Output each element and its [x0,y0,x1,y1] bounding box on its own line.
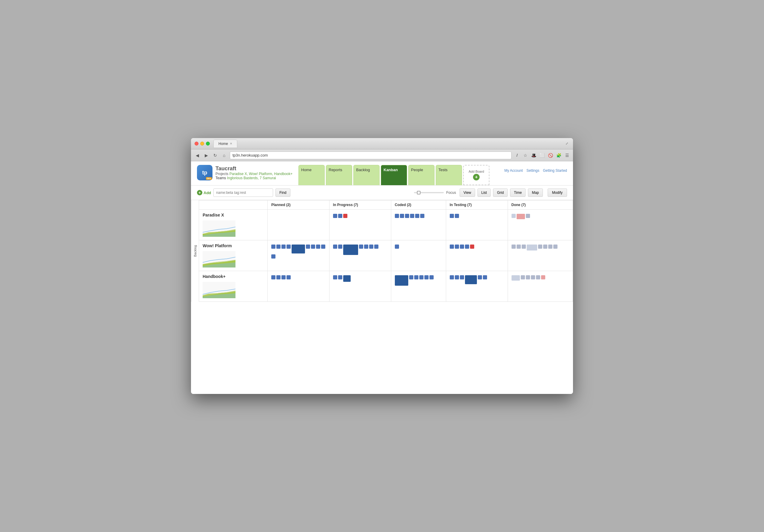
task-card[interactable] [414,275,418,279]
task-card[interactable] [343,275,351,282]
task-card[interactable] [359,244,363,249]
task-card[interactable] [338,244,342,249]
task-card[interactable] [282,275,286,279]
task-card[interactable] [526,275,530,279]
task-card[interactable] [405,214,409,218]
task-card[interactable] [395,275,408,286]
task-card[interactable] [553,244,557,249]
task-card[interactable] [409,275,413,279]
expand-icon[interactable]: ⤢ [566,142,569,146]
zoom-slider[interactable] [414,192,444,193]
task-card[interactable] [277,275,281,279]
bookmark-icon[interactable]: ☆ [522,152,528,158]
task-card[interactable] [277,244,281,249]
task-card[interactable] [271,254,276,259]
task-card[interactable] [516,214,525,219]
tab-kanban[interactable]: Kanban [381,165,407,185]
task-card[interactable] [470,244,474,249]
task-card[interactable] [395,214,399,218]
task-card[interactable] [511,214,516,218]
task-card[interactable] [343,214,347,218]
task-card[interactable] [369,244,373,249]
task-card[interactable] [286,275,291,279]
task-card[interactable] [424,275,429,279]
task-card[interactable] [526,214,530,218]
block-icon[interactable]: 🚫 [547,152,553,158]
my-account-link[interactable]: My Account [504,169,523,173]
find-button[interactable]: Find [276,189,290,197]
task-card[interactable] [321,244,325,249]
task-card[interactable] [410,214,414,218]
task-card[interactable] [400,214,404,218]
close-button[interactable] [195,142,198,146]
slider-thumb[interactable] [417,191,421,195]
url-bar[interactable]: tp3n.herokuapp.com [230,152,511,159]
tab-add-board[interactable]: Add Board + [463,165,489,185]
tab-home[interactable]: Home [298,165,325,185]
task-card[interactable] [271,275,276,279]
teams-links[interactable]: Inglorious Basterds, 7 Samurai [227,176,276,180]
task-card[interactable] [543,244,547,249]
task-card[interactable] [516,244,521,249]
task-card[interactable] [374,244,378,249]
task-card[interactable] [282,244,286,249]
add-button[interactable]: + Add [197,190,211,195]
extensions-icon[interactable]: 🧩 [556,152,562,158]
task-card[interactable] [338,214,342,218]
task-card[interactable] [541,275,545,279]
task-card[interactable] [333,275,337,279]
fullscreen-button[interactable] [206,142,210,146]
task-card[interactable] [271,244,276,249]
map-button[interactable]: Map [528,189,543,197]
reader-icon[interactable]: 𝐼 [514,152,520,158]
task-card[interactable] [455,275,459,279]
task-card[interactable] [455,214,459,218]
back-button[interactable]: ◀ [194,152,201,159]
task-card[interactable] [531,275,535,279]
task-card[interactable] [430,275,434,279]
modify-button[interactable]: Modify [548,189,567,197]
profile-icon[interactable]: 🎩 [531,152,537,158]
list-button[interactable]: List [478,189,491,197]
task-card[interactable] [286,244,291,249]
projects-links[interactable]: Paradise X, Wow! Platform, Handbook+ [230,172,293,176]
tab-people[interactable]: People [408,165,435,185]
task-card[interactable] [306,244,310,249]
time-button[interactable]: Time [510,189,525,197]
task-card[interactable] [450,244,454,249]
refresh-button[interactable]: ↻ [212,152,219,159]
task-card[interactable] [465,244,469,249]
task-card[interactable] [333,244,337,249]
forward-button[interactable]: ▶ [203,152,210,159]
task-card[interactable] [548,244,552,249]
task-card[interactable] [316,244,320,249]
task-card[interactable] [450,275,454,279]
view-button[interactable]: View [460,189,475,197]
settings-link[interactable]: Settings [526,169,539,173]
task-card[interactable] [521,275,525,279]
share-icon[interactable]: ⬜ [539,152,545,158]
task-card[interactable] [538,244,542,249]
tab-tests[interactable]: Tests [436,165,462,185]
menu-icon[interactable]: ☰ [564,152,570,158]
task-card[interactable] [522,244,526,249]
task-card[interactable] [450,214,454,218]
task-card[interactable] [311,244,315,249]
task-card[interactable] [343,244,358,255]
task-card[interactable] [419,275,424,279]
tab-backlog[interactable]: Backlog [353,165,380,185]
task-card[interactable] [465,275,477,284]
task-card[interactable] [511,244,516,249]
task-card[interactable] [527,244,537,250]
task-card[interactable] [460,275,464,279]
grid-button[interactable]: Grid [493,189,508,197]
getting-started-link[interactable]: Getting Started [543,169,567,173]
task-card[interactable] [415,214,419,218]
browser-tab[interactable]: Home ✕ [213,140,237,148]
task-card[interactable] [483,275,487,279]
home-button[interactable]: ⌂ [221,152,227,159]
task-card[interactable] [460,244,464,249]
task-card[interactable] [455,244,459,249]
task-card[interactable] [338,275,342,279]
task-card[interactable] [364,244,368,249]
